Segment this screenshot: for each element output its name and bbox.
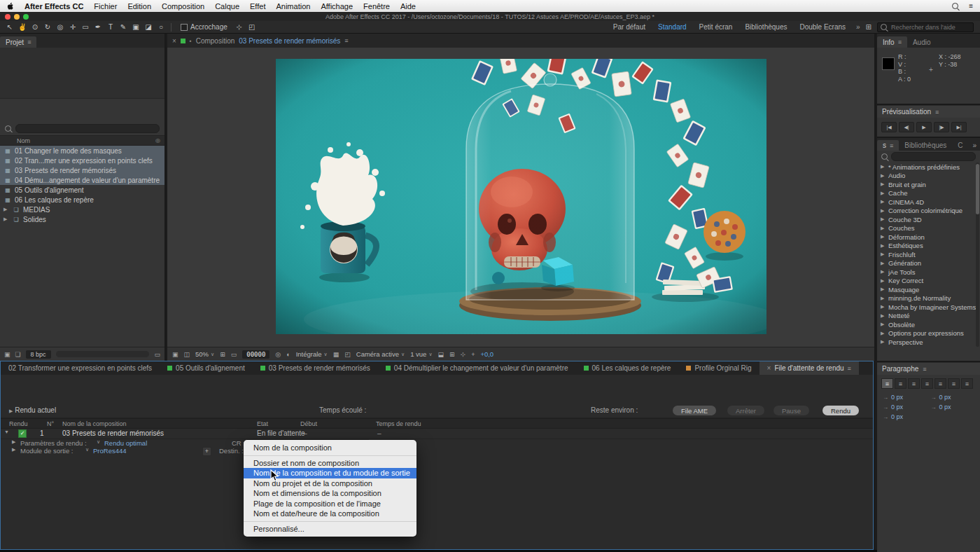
disclosure-icon[interactable]: ▶ (881, 287, 886, 292)
disclosure-icon[interactable]: ▶ (881, 331, 886, 336)
disclosure-icon[interactable]: ▶ (12, 447, 15, 453)
effects-scrollbar[interactable] (976, 163, 979, 347)
menu-item[interactable]: Nom et dimensions de la composition (244, 488, 416, 499)
project-item[interactable]: ▦ 05 Outils d'alignement (0, 185, 164, 195)
column-number[interactable]: N° (47, 420, 54, 427)
brush-tool-icon[interactable]: ✎ (117, 23, 130, 31)
first-line-indent-field[interactable]: →0 px (883, 413, 927, 420)
minimize-window-button[interactable] (14, 14, 20, 20)
column-nom-label[interactable]: Nom (17, 137, 30, 144)
render-button[interactable]: Rendu (822, 406, 859, 415)
workspace-standard[interactable]: Standard (658, 23, 687, 31)
effects-category[interactable]: ▶Masquage (877, 285, 980, 294)
timeline-button-icon[interactable]: ⊹ (461, 351, 466, 358)
project-item[interactable]: ▦ 02 Tran...mer une expression en points… (0, 156, 164, 165)
composition-panel-label[interactable]: Composition (196, 37, 235, 45)
show-snapshot-icon[interactable]: ◐ (286, 351, 290, 358)
menu-item[interactable]: Plage de la composition et de l'image (244, 499, 416, 509)
snap-option2-icon[interactable]: ◰ (246, 23, 258, 31)
preview-panel-header[interactable]: Prévisualisation ≡ (877, 105, 980, 118)
interpret-footage-icon[interactable]: ▣ (4, 351, 10, 358)
timeline-tab[interactable]: 05 Outils d'alignement (160, 361, 253, 375)
disclosure-icon[interactable]: ▶ (4, 216, 9, 222)
fast-previews-icon[interactable]: ⊞ (449, 351, 455, 358)
effects-category[interactable]: ▶Déformation (877, 233, 980, 242)
help-search-field[interactable] (877, 22, 974, 32)
effects-category[interactable]: ▶Couche 3D (877, 215, 980, 224)
indent-left-field[interactable]: →0 px (883, 394, 927, 401)
workspace-bibliotheques[interactable]: Bibliothèques (745, 23, 787, 31)
flowchart-icon[interactable]: + (471, 351, 475, 358)
disclosure-icon[interactable]: ▶ (881, 243, 886, 249)
align-left-button[interactable]: ≡ (881, 378, 893, 389)
panel-menu-icon[interactable]: ≡ (923, 366, 926, 373)
exposure-value[interactable]: +0,0 (480, 350, 493, 358)
new-folder-icon[interactable]: ❏ (15, 351, 21, 358)
indent-right-field[interactable]: →0 px (931, 394, 975, 401)
spotlight-search-icon[interactable] (952, 3, 958, 9)
effects-category[interactable]: ▶* Animations prédéfinies (877, 163, 980, 172)
project-column-header[interactable]: Nom ◎ (0, 135, 164, 146)
paragraph-panel-header[interactable]: Paragraphe ≡ (877, 362, 980, 375)
project-item[interactable]: ▦ 04 Dému...angement de valeur d'un para… (0, 175, 164, 185)
panel-menu-icon[interactable]: ≡ (344, 37, 348, 44)
panel-menu-icon[interactable]: ≡ (27, 39, 31, 46)
effects-category[interactable]: ▶Frischluft (877, 250, 980, 259)
region-of-interest-icon[interactable]: ▭ (231, 351, 237, 358)
disclosure-icon[interactable]: ▶ (881, 208, 886, 214)
effects-search-field[interactable] (891, 152, 976, 161)
disclosure-icon[interactable]: ▶ (12, 439, 15, 445)
timecode-field[interactable]: 00000 (242, 350, 270, 359)
effects-category[interactable]: ▶Esthétiques (877, 242, 980, 251)
panel-menu-icon[interactable]: ≡ (890, 142, 893, 149)
workspace-double-ecrans[interactable]: Double Ecrans (799, 23, 846, 31)
disclosure-icon[interactable]: ▶ (881, 339, 886, 345)
timeline-tab[interactable]: 06 Les calques de repère (576, 361, 679, 375)
disclosure-icon[interactable]: ▶ (881, 199, 886, 205)
project-folder[interactable]: ▶ ❏ MEDIAS (0, 205, 164, 214)
timeline-tab[interactable]: 03 Presets de render mémorisés (253, 361, 378, 375)
timeline-tab[interactable]: Profile Orginal Rig (678, 361, 759, 375)
justify-all-button[interactable]: ≡ (961, 378, 973, 389)
effects-category[interactable]: ▶CINEMA 4D (877, 198, 980, 207)
project-search-input[interactable] (19, 123, 156, 134)
space-before-value[interactable]: 0 px (891, 403, 903, 410)
disclosure-icon[interactable]: ▶ (881, 251, 886, 257)
effects-category[interactable]: ▶Couches (877, 224, 980, 233)
close-tab-icon[interactable]: × (172, 37, 176, 45)
transparency-grid-icon[interactable]: ▦ (333, 351, 340, 358)
pan-behind-tool-icon[interactable]: ✛ (66, 23, 79, 31)
project-item[interactable]: ▦ 03 Presets de render mémorisés (0, 165, 164, 175)
panel-menu-icon[interactable]: ≡ (848, 365, 851, 372)
indent-left-value[interactable]: 0 px (891, 394, 903, 401)
justify-last-right-button[interactable]: ≡ (948, 378, 960, 389)
align-center-button[interactable]: ≡ (895, 378, 906, 389)
composition-canvas[interactable] (167, 48, 874, 347)
queue-in-ame-button[interactable]: File AME (673, 406, 716, 415)
space-after-value[interactable]: 0 px (939, 403, 951, 410)
disclosure-icon[interactable]: ▶ (881, 234, 886, 240)
pixel-aspect-icon[interactable]: ⬓ (438, 351, 444, 358)
space-before-field[interactable]: →0 px (883, 403, 927, 410)
close-window-button[interactable] (5, 14, 10, 20)
indent-right-value[interactable]: 0 px (939, 394, 951, 401)
effects-category[interactable]: ▶minning.de Normality (877, 294, 980, 303)
preview-quality-icon[interactable]: ◫ (184, 351, 190, 358)
play-button[interactable]: ▶ (916, 122, 932, 132)
disclosure-icon[interactable]: ▶ (881, 216, 886, 222)
timeline-tab[interactable]: 02 Transformer une expression en points … (1, 361, 160, 375)
align-right-button[interactable]: ≡ (908, 378, 920, 389)
grid-guides-icon[interactable]: ⊞ (220, 351, 225, 358)
stop-button[interactable]: Arrêter (727, 406, 764, 415)
disclosure-icon[interactable]: ▶ (4, 207, 9, 212)
menubar-item-edition[interactable]: Edition (127, 2, 151, 11)
column-start[interactable]: Début (300, 420, 317, 427)
first-line-indent-value[interactable]: 0 px (891, 413, 903, 420)
effects-category[interactable]: ▶Génération (877, 259, 980, 268)
label-column-icon[interactable]: ◎ (155, 137, 160, 144)
menubar-app-name[interactable]: After Effects CC (24, 2, 83, 11)
effects-category[interactable]: ▶Mocha by Imagineer Systems (877, 303, 980, 312)
effects-category[interactable]: ▶jAe Tools (877, 268, 980, 277)
menubar-item-calque[interactable]: Calque (215, 2, 239, 11)
project-search-field[interactable] (15, 124, 160, 133)
